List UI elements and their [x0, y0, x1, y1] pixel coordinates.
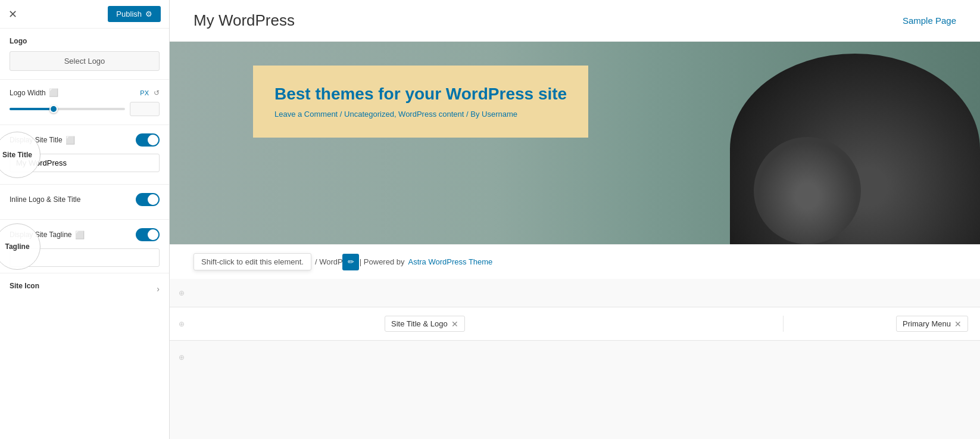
slider-thumb[interactable]	[49, 105, 58, 113]
inline-logo-section: Inline Logo & Site Title	[0, 185, 169, 220]
primary-menu-chip: Primary Menu ✕	[896, 316, 968, 332]
monitor-icon: ⬜	[49, 88, 58, 97]
builder-section: ⊕ ⊕ Site Title & Logo ✕ Primary Menu ✕	[170, 279, 980, 439]
site-title-logo-chip-close[interactable]: ✕	[451, 320, 458, 328]
preview-site-title: My WordPress	[193, 11, 295, 30]
site-icon-label: Site Icon	[10, 282, 39, 290]
logo-label: Logo	[10, 37, 160, 45]
builder-row-middle-right: Primary Menu ✕	[784, 316, 980, 332]
primary-menu-chip-close[interactable]: ✕	[954, 320, 962, 328]
hero-title: Best themes for your WordPress site	[274, 85, 567, 104]
site-title-input[interactable]	[10, 154, 160, 172]
primary-menu-chip-label: Primary Menu	[903, 319, 951, 328]
hero-meta: Leave a Comment / Uncategorized, WordPre…	[274, 110, 567, 119]
logo-section: Logo Select Logo	[0, 29, 169, 80]
publish-label: Publish	[116, 10, 142, 18]
gear-icon: ⚙	[145, 10, 152, 18]
inline-logo-label: Inline Logo & Site Title	[10, 195, 80, 204]
edit-pencil-button[interactable]: ✏	[342, 254, 359, 270]
hero-card: Best themes for your WordPress site Leav…	[253, 66, 588, 138]
builder-row-top: ⊕	[170, 279, 980, 307]
preview-area: My WordPress Sample Page Best themes for…	[170, 0, 980, 439]
builder-dot-middle: ⊕	[170, 320, 193, 328]
logo-width-slider-row	[10, 102, 160, 116]
site-title-logo-chip: Site Title & Logo ✕	[385, 316, 465, 332]
close-button[interactable]: ✕	[8, 9, 17, 20]
select-logo-button[interactable]: Select Logo	[10, 51, 160, 71]
preview-site-header: My WordPress Sample Page	[170, 0, 980, 42]
builder-row-middle: ⊕ Site Title & Logo ✕ Primary Menu ✕	[170, 307, 980, 341]
site-icon-row[interactable]: Site Icon ›	[0, 273, 169, 304]
footer-theme-link[interactable]: Astra WordPress Theme	[408, 257, 493, 266]
monitor-icon-3: ⬜	[75, 231, 85, 239]
slider-fill	[10, 108, 54, 110]
display-site-title-label: Display Site Title ⬜	[10, 136, 75, 145]
footer-bar: ✏ Shift-click to edit this element. / Wo…	[170, 244, 980, 279]
footer-powered: / WordPress | Powered by	[315, 257, 405, 266]
display-site-title-toggle[interactable]	[136, 133, 160, 147]
display-tagline-section: Tagline Display Site Tagline ⬜	[0, 220, 169, 273]
hero-section: Best themes for your WordPress site Leav…	[170, 42, 980, 244]
logo-width-label: Logo Width ⬜	[10, 88, 58, 97]
customizer-panel: ✕ Publish ⚙ Logo Select Logo Logo Width …	[0, 0, 170, 439]
hero-stones-small	[754, 137, 861, 244]
logo-width-input[interactable]	[130, 102, 160, 116]
publish-button[interactable]: Publish ⚙	[108, 6, 161, 22]
panel-header: ✕ Publish ⚙	[0, 0, 169, 29]
display-tagline-label: Display Site Tagline ⬜	[10, 231, 85, 239]
builder-dot-top: ⊕	[170, 289, 193, 297]
slider-track[interactable]	[10, 108, 125, 110]
px-label: PX	[140, 89, 149, 96]
reset-icon[interactable]: ↺	[154, 89, 160, 97]
sample-page-link[interactable]: Sample Page	[903, 15, 956, 26]
monitor-icon-2: ⬜	[65, 136, 75, 145]
inline-logo-toggle[interactable]	[136, 193, 160, 206]
display-tagline-toggle[interactable]	[136, 228, 160, 241]
tagline-input[interactable]	[10, 248, 160, 267]
display-site-title-section: Site Title Display Site Title ⬜	[0, 125, 169, 185]
logo-width-section: Logo Width ⬜ PX ↺	[0, 80, 169, 125]
site-title-logo-chip-label: Site Title & Logo	[391, 319, 448, 328]
builder-dot-bottom: ⊕	[170, 353, 193, 362]
builder-row-middle-center: Site Title & Logo ✕	[379, 316, 784, 332]
tooltip-bubble: Shift-click to edit this element.	[193, 253, 311, 270]
builder-row-bottom: ⊕	[170, 341, 980, 374]
chevron-right-icon: ›	[157, 284, 160, 294]
